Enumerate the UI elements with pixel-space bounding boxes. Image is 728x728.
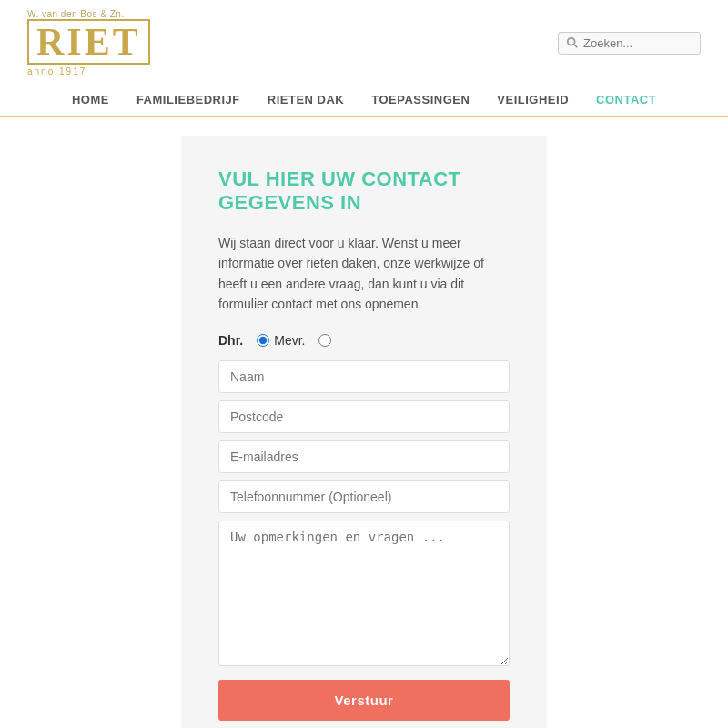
mevr-radio-option[interactable]: Mevr.: [257, 333, 305, 348]
nav-item-home[interactable]: HOME: [72, 93, 109, 106]
naam-input[interactable]: [218, 360, 510, 393]
email-input[interactable]: [218, 440, 510, 473]
postcode-input[interactable]: [218, 400, 510, 433]
gender-radio-group: Dhr. Mevr.: [218, 333, 510, 348]
main-nav: HOME FAMILIEBEDRIJF RIETEN DAK TOEPASSIN…: [27, 82, 701, 116]
nav-item-familiebedrijf[interactable]: FAMILIEBEDRIJF: [136, 93, 240, 106]
mevr-label: Mevr.: [274, 333, 305, 348]
company-name: W. van den Bos & Zn.: [27, 9, 125, 19]
svg-line-1: [574, 45, 578, 48]
nav-item-rieten-dak[interactable]: RIETEN DAK: [268, 93, 344, 106]
nav-item-contact[interactable]: CONTACT: [596, 93, 656, 106]
dhr-radio-option[interactable]: [318, 334, 331, 347]
search-icon: [566, 36, 579, 49]
mevr-radio[interactable]: [257, 334, 269, 347]
submit-button[interactable]: Verstuur: [218, 680, 510, 721]
opmerkingen-textarea[interactable]: [218, 521, 510, 666]
telefoon-input[interactable]: [218, 480, 510, 513]
anno-text: anno 1917: [27, 66, 86, 76]
svg-point-0: [568, 38, 575, 46]
dhr-label: Dhr.: [218, 333, 243, 348]
contact-card: VUL HIER UW CONTACT GEGEVENS IN Wij staa…: [182, 136, 546, 728]
nav-item-veiligheid[interactable]: VEILIGHEID: [497, 93, 569, 106]
contact-description: Wij staan direct voor u klaar. Wenst u m…: [218, 233, 510, 315]
search-input[interactable]: [583, 36, 693, 50]
header: W. van den Bos & Zn. RIET anno 1917 HOME…: [0, 0, 728, 117]
nav-item-toepassingen[interactable]: TOEPASSINGEN: [371, 93, 470, 106]
logo[interactable]: W. van den Bos & Zn. RIET anno 1917: [27, 9, 150, 76]
dhr-radio[interactable]: [318, 334, 331, 347]
main-content: VUL HIER UW CONTACT GEGEVENS IN Wij staa…: [0, 117, 728, 728]
search-box[interactable]: [558, 32, 701, 55]
contact-form-title: VUL HIER UW CONTACT GEGEVENS IN: [218, 167, 510, 215]
logo-text: RIET: [27, 19, 150, 65]
